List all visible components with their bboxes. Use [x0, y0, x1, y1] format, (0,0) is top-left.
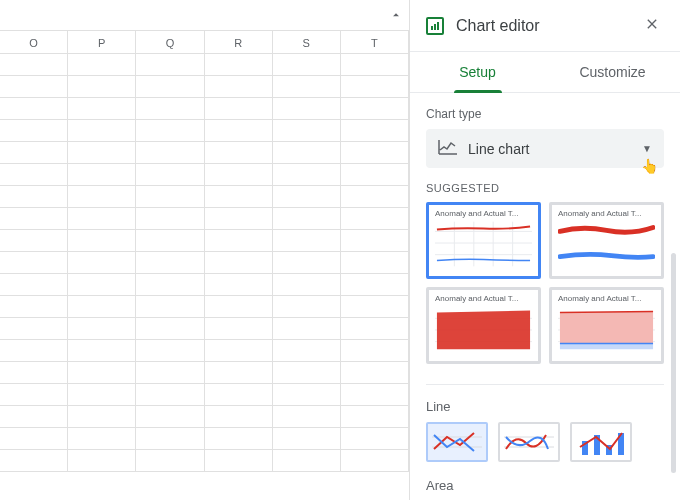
- cell[interactable]: [273, 384, 341, 405]
- cell[interactable]: [0, 428, 68, 449]
- cell[interactable]: [273, 406, 341, 427]
- row[interactable]: [0, 76, 409, 98]
- cell[interactable]: [136, 54, 204, 75]
- cell[interactable]: [205, 362, 273, 383]
- row[interactable]: [0, 428, 409, 450]
- cell[interactable]: [341, 252, 409, 273]
- tab-customize[interactable]: Customize: [545, 52, 680, 92]
- cell[interactable]: [0, 384, 68, 405]
- cell[interactable]: [136, 76, 204, 97]
- cell[interactable]: [0, 296, 68, 317]
- cell[interactable]: [68, 120, 136, 141]
- cell[interactable]: [273, 340, 341, 361]
- cell[interactable]: [136, 428, 204, 449]
- row[interactable]: [0, 362, 409, 384]
- cell[interactable]: [205, 230, 273, 251]
- cell[interactable]: [273, 296, 341, 317]
- cell[interactable]: [273, 76, 341, 97]
- cell[interactable]: [0, 164, 68, 185]
- cell[interactable]: [341, 384, 409, 405]
- cell[interactable]: [0, 208, 68, 229]
- row[interactable]: [0, 296, 409, 318]
- cell[interactable]: [205, 296, 273, 317]
- cell[interactable]: [136, 120, 204, 141]
- cell[interactable]: [205, 54, 273, 75]
- cell[interactable]: [136, 208, 204, 229]
- cell[interactable]: [341, 428, 409, 449]
- scrollbar[interactable]: [671, 253, 676, 473]
- cell[interactable]: [341, 274, 409, 295]
- cell[interactable]: [273, 428, 341, 449]
- cell[interactable]: [341, 340, 409, 361]
- row[interactable]: [0, 384, 409, 406]
- cell[interactable]: [341, 208, 409, 229]
- suggested-chart-stacked-area[interactable]: Anomaly and Actual T...: [549, 287, 664, 364]
- cell[interactable]: [136, 450, 204, 471]
- cell[interactable]: [136, 318, 204, 339]
- cell[interactable]: [136, 98, 204, 119]
- cell[interactable]: [341, 98, 409, 119]
- cell[interactable]: [68, 76, 136, 97]
- cell[interactable]: [341, 362, 409, 383]
- row[interactable]: [0, 252, 409, 274]
- cell[interactable]: [136, 230, 204, 251]
- row[interactable]: [0, 186, 409, 208]
- column-header[interactable]: S: [273, 31, 341, 53]
- cell[interactable]: [68, 384, 136, 405]
- cell[interactable]: [205, 76, 273, 97]
- cell[interactable]: [273, 142, 341, 163]
- cell[interactable]: [136, 340, 204, 361]
- cell[interactable]: [273, 230, 341, 251]
- cell[interactable]: [68, 142, 136, 163]
- cell[interactable]: [205, 98, 273, 119]
- close-icon[interactable]: [640, 12, 664, 39]
- cell[interactable]: [0, 142, 68, 163]
- row[interactable]: [0, 164, 409, 186]
- thumb-line-basic[interactable]: [426, 422, 488, 462]
- cell[interactable]: [136, 142, 204, 163]
- cell[interactable]: [136, 164, 204, 185]
- cell[interactable]: [273, 450, 341, 471]
- cell[interactable]: [0, 120, 68, 141]
- cell[interactable]: [136, 384, 204, 405]
- cell[interactable]: [341, 318, 409, 339]
- cell[interactable]: [0, 252, 68, 273]
- cell[interactable]: [68, 340, 136, 361]
- cell[interactable]: [68, 208, 136, 229]
- row[interactable]: [0, 274, 409, 296]
- column-header[interactable]: O: [0, 31, 68, 53]
- cell[interactable]: [341, 120, 409, 141]
- cell[interactable]: [68, 362, 136, 383]
- cell[interactable]: [273, 252, 341, 273]
- cell[interactable]: [0, 186, 68, 207]
- row[interactable]: [0, 318, 409, 340]
- cell[interactable]: [273, 318, 341, 339]
- cell[interactable]: [68, 406, 136, 427]
- row[interactable]: [0, 230, 409, 252]
- cell[interactable]: [341, 230, 409, 251]
- cell[interactable]: [68, 428, 136, 449]
- cell[interactable]: [341, 186, 409, 207]
- column-header[interactable]: R: [205, 31, 273, 53]
- cell[interactable]: [0, 318, 68, 339]
- cell[interactable]: [0, 274, 68, 295]
- cell[interactable]: [273, 208, 341, 229]
- cell[interactable]: [273, 54, 341, 75]
- cell[interactable]: [205, 164, 273, 185]
- cell[interactable]: [273, 362, 341, 383]
- cell[interactable]: [205, 120, 273, 141]
- cell[interactable]: [68, 274, 136, 295]
- suggested-chart-smooth[interactable]: Anomaly and Actual T...: [549, 202, 664, 279]
- cell[interactable]: [205, 252, 273, 273]
- cell[interactable]: [68, 296, 136, 317]
- cell[interactable]: [341, 450, 409, 471]
- cell[interactable]: [68, 186, 136, 207]
- collapse-panel-icon[interactable]: [389, 8, 403, 25]
- tab-setup[interactable]: Setup: [410, 52, 545, 92]
- column-header[interactable]: T: [341, 31, 409, 53]
- cell[interactable]: [341, 164, 409, 185]
- cell[interactable]: [68, 164, 136, 185]
- cell[interactable]: [0, 362, 68, 383]
- cell[interactable]: [341, 142, 409, 163]
- suggested-chart-line[interactable]: Anomaly and Actual T...: [426, 202, 541, 279]
